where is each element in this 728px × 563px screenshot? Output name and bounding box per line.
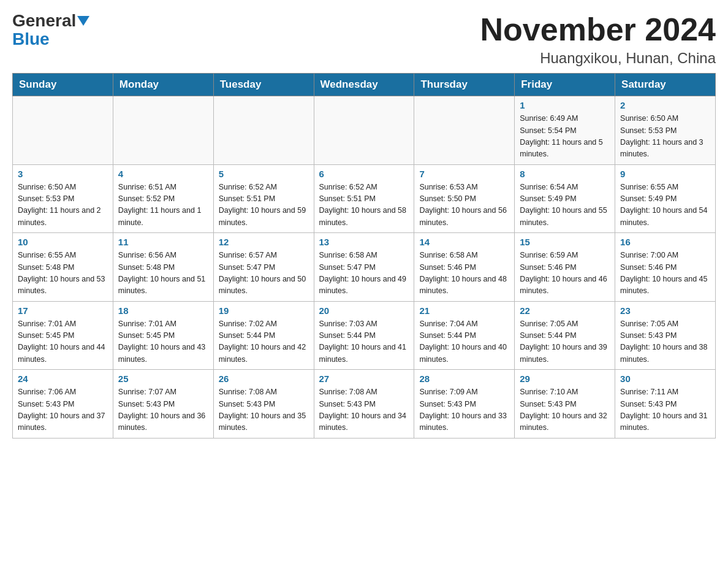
calendar-cell: 25Sunrise: 7:07 AMSunset: 5:43 PMDayligh… xyxy=(113,370,213,439)
calendar-cell: 9Sunrise: 6:55 AMSunset: 5:49 PMDaylight… xyxy=(615,164,716,233)
column-header-sunday: Sunday xyxy=(13,74,113,96)
day-number: 8 xyxy=(520,169,610,179)
day-info: Sunrise: 6:55 AMSunset: 5:49 PMDaylight:… xyxy=(620,182,710,229)
day-info: Sunrise: 7:10 AMSunset: 5:43 PMDaylight:… xyxy=(520,386,610,434)
day-info: Sunrise: 7:02 AMSunset: 5:44 PMDaylight:… xyxy=(219,318,309,366)
day-number: 10 xyxy=(18,237,108,247)
day-number: 23 xyxy=(620,305,710,316)
day-info: Sunrise: 6:50 AMSunset: 5:53 PMDaylight:… xyxy=(620,113,710,161)
day-info: Sunrise: 6:56 AMSunset: 5:48 PMDaylight:… xyxy=(118,250,208,297)
day-number: 3 xyxy=(18,169,108,179)
calendar-cell: 1Sunrise: 6:49 AMSunset: 5:54 PMDaylight… xyxy=(515,96,615,165)
column-header-monday: Monday xyxy=(113,74,213,96)
day-number: 24 xyxy=(18,373,108,384)
calendar-cell: 20Sunrise: 7:03 AMSunset: 5:44 PMDayligh… xyxy=(314,301,414,370)
day-number: 26 xyxy=(219,373,309,384)
calendar-cell: 24Sunrise: 7:06 AMSunset: 5:43 PMDayligh… xyxy=(13,370,113,439)
calendar-cell: 12Sunrise: 6:57 AMSunset: 5:47 PMDayligh… xyxy=(213,233,314,302)
day-info: Sunrise: 6:53 AMSunset: 5:50 PMDaylight:… xyxy=(419,182,509,229)
day-number: 30 xyxy=(620,373,710,384)
calendar-week-1: 1Sunrise: 6:49 AMSunset: 5:54 PMDaylight… xyxy=(13,96,716,165)
day-number: 11 xyxy=(118,237,208,247)
calendar-cell: 4Sunrise: 6:51 AMSunset: 5:52 PMDaylight… xyxy=(113,164,213,233)
day-number: 25 xyxy=(118,373,208,384)
calendar-cell: 18Sunrise: 7:01 AMSunset: 5:45 PMDayligh… xyxy=(113,301,213,370)
day-info: Sunrise: 7:05 AMSunset: 5:44 PMDaylight:… xyxy=(520,318,610,366)
calendar-cell: 7Sunrise: 6:53 AMSunset: 5:50 PMDaylight… xyxy=(414,164,515,233)
location-title: Huangxikou, Hunan, China xyxy=(480,50,716,67)
day-number: 18 xyxy=(118,305,208,316)
calendar-cell: 15Sunrise: 6:59 AMSunset: 5:46 PMDayligh… xyxy=(515,233,615,302)
day-info: Sunrise: 7:08 AMSunset: 5:43 PMDaylight:… xyxy=(219,386,309,434)
calendar-cell: 17Sunrise: 7:01 AMSunset: 5:45 PMDayligh… xyxy=(13,301,113,370)
calendar-cell: 2Sunrise: 6:50 AMSunset: 5:53 PMDaylight… xyxy=(615,96,716,165)
calendar-cell: 27Sunrise: 7:08 AMSunset: 5:43 PMDayligh… xyxy=(314,370,414,439)
day-number: 7 xyxy=(419,169,509,179)
day-number: 1 xyxy=(520,100,610,110)
title-block: November 2024 Huangxikou, Hunan, China xyxy=(480,12,716,67)
day-number: 21 xyxy=(419,305,509,316)
day-info: Sunrise: 7:06 AMSunset: 5:43 PMDaylight:… xyxy=(18,386,108,434)
calendar-week-2: 3Sunrise: 6:50 AMSunset: 5:53 PMDaylight… xyxy=(13,164,716,233)
calendar-cell: 30Sunrise: 7:11 AMSunset: 5:43 PMDayligh… xyxy=(615,370,716,439)
day-info: Sunrise: 7:01 AMSunset: 5:45 PMDaylight:… xyxy=(18,318,108,366)
calendar-cell: 22Sunrise: 7:05 AMSunset: 5:44 PMDayligh… xyxy=(515,301,615,370)
calendar-header-row: SundayMondayTuesdayWednesdayThursdayFrid… xyxy=(13,74,716,96)
calendar-cell xyxy=(113,96,213,165)
day-info: Sunrise: 6:55 AMSunset: 5:48 PMDaylight:… xyxy=(18,250,108,297)
logo-blue: Blue xyxy=(12,29,50,49)
calendar-cell: 14Sunrise: 6:58 AMSunset: 5:46 PMDayligh… xyxy=(414,233,515,302)
day-info: Sunrise: 6:59 AMSunset: 5:46 PMDaylight:… xyxy=(520,250,610,297)
calendar-cell: 13Sunrise: 6:58 AMSunset: 5:47 PMDayligh… xyxy=(314,233,414,302)
day-number: 16 xyxy=(620,237,710,247)
day-number: 17 xyxy=(18,305,108,316)
day-info: Sunrise: 6:52 AMSunset: 5:51 PMDaylight:… xyxy=(319,182,409,229)
calendar-cell: 11Sunrise: 6:56 AMSunset: 5:48 PMDayligh… xyxy=(113,233,213,302)
column-header-tuesday: Tuesday xyxy=(213,74,314,96)
column-header-thursday: Thursday xyxy=(414,74,515,96)
day-info: Sunrise: 6:58 AMSunset: 5:47 PMDaylight:… xyxy=(319,250,409,297)
calendar-cell: 6Sunrise: 6:52 AMSunset: 5:51 PMDaylight… xyxy=(314,164,414,233)
day-number: 5 xyxy=(219,169,309,179)
day-info: Sunrise: 7:04 AMSunset: 5:44 PMDaylight:… xyxy=(419,318,509,366)
day-info: Sunrise: 7:08 AMSunset: 5:43 PMDaylight:… xyxy=(319,386,409,434)
logo: General Blue xyxy=(12,12,89,49)
day-number: 28 xyxy=(419,373,509,384)
day-number: 19 xyxy=(219,305,309,316)
day-info: Sunrise: 6:49 AMSunset: 5:54 PMDaylight:… xyxy=(520,113,610,161)
day-info: Sunrise: 6:52 AMSunset: 5:51 PMDaylight:… xyxy=(219,182,309,229)
day-number: 2 xyxy=(620,100,710,110)
day-number: 29 xyxy=(520,373,610,384)
calendar-week-5: 24Sunrise: 7:06 AMSunset: 5:43 PMDayligh… xyxy=(13,370,716,439)
logo-general: General xyxy=(12,12,89,29)
day-info: Sunrise: 7:00 AMSunset: 5:46 PMDaylight:… xyxy=(620,250,710,297)
page-header: General Blue November 2024 Huangxikou, H… xyxy=(12,12,716,67)
column-header-friday: Friday xyxy=(515,74,615,96)
column-header-wednesday: Wednesday xyxy=(314,74,414,96)
day-number: 14 xyxy=(419,237,509,247)
calendar-cell: 16Sunrise: 7:00 AMSunset: 5:46 PMDayligh… xyxy=(615,233,716,302)
calendar-cell: 5Sunrise: 6:52 AMSunset: 5:51 PMDaylight… xyxy=(213,164,314,233)
calendar-week-3: 10Sunrise: 6:55 AMSunset: 5:48 PMDayligh… xyxy=(13,233,716,302)
day-info: Sunrise: 7:05 AMSunset: 5:43 PMDaylight:… xyxy=(620,318,710,366)
calendar-cell: 28Sunrise: 7:09 AMSunset: 5:43 PMDayligh… xyxy=(414,370,515,439)
calendar-cell xyxy=(213,96,314,165)
day-number: 20 xyxy=(319,305,409,316)
day-info: Sunrise: 7:07 AMSunset: 5:43 PMDaylight:… xyxy=(118,386,208,434)
month-title: November 2024 xyxy=(480,12,716,47)
day-number: 4 xyxy=(118,169,208,179)
calendar-cell: 3Sunrise: 6:50 AMSunset: 5:53 PMDaylight… xyxy=(13,164,113,233)
day-info: Sunrise: 6:50 AMSunset: 5:53 PMDaylight:… xyxy=(18,182,108,229)
calendar-cell xyxy=(414,96,515,165)
day-number: 22 xyxy=(520,305,610,316)
calendar-cell: 21Sunrise: 7:04 AMSunset: 5:44 PMDayligh… xyxy=(414,301,515,370)
day-info: Sunrise: 6:54 AMSunset: 5:49 PMDaylight:… xyxy=(520,182,610,229)
day-number: 27 xyxy=(319,373,409,384)
day-info: Sunrise: 7:01 AMSunset: 5:45 PMDaylight:… xyxy=(118,318,208,366)
day-info: Sunrise: 6:51 AMSunset: 5:52 PMDaylight:… xyxy=(118,182,208,229)
day-info: Sunrise: 6:57 AMSunset: 5:47 PMDaylight:… xyxy=(219,250,309,297)
day-number: 6 xyxy=(319,169,409,179)
day-info: Sunrise: 7:03 AMSunset: 5:44 PMDaylight:… xyxy=(319,318,409,366)
calendar-cell: 19Sunrise: 7:02 AMSunset: 5:44 PMDayligh… xyxy=(213,301,314,370)
day-info: Sunrise: 6:58 AMSunset: 5:46 PMDaylight:… xyxy=(419,250,509,297)
